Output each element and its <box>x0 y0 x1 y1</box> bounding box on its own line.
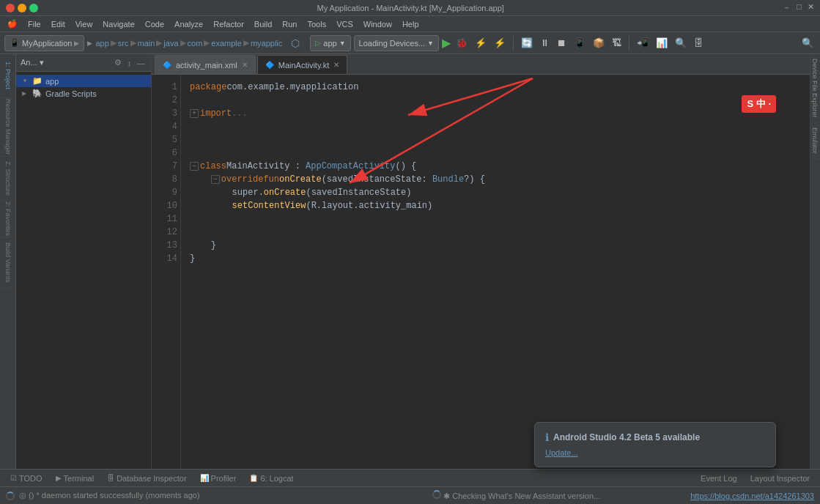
favorites-tool[interactable]: 2: Favorites <box>0 201 16 237</box>
code-line-6 <box>190 147 801 160</box>
project-sort-icon[interactable]: ↕ <box>126 57 133 69</box>
blog-link[interactable]: https://blog.csdn.net/a1424261303 <box>690 492 814 500</box>
gradle-icon: 🐘 <box>32 89 43 98</box>
debug-button[interactable]: 🐞 <box>454 36 470 50</box>
todo-tab[interactable]: ☑ TODO <box>4 472 48 484</box>
sdk-manager-button[interactable]: 📦 <box>591 36 607 50</box>
menu-edit[interactable]: Edit <box>47 18 70 30</box>
tree-item-app[interactable]: ▼ 📁 app <box>16 75 151 87</box>
update-link[interactable]: Update... <box>545 448 578 457</box>
menu-file[interactable]: File <box>23 18 45 30</box>
device-label: Loading Devices... <box>359 39 426 48</box>
app-name-button[interactable]: 📱 MyApplication ▶ <box>4 35 84 51</box>
menu-tools[interactable]: Tools <box>303 18 330 30</box>
kotlin-icon[interactable]: ⬡ <box>291 37 300 49</box>
tab-close-kt[interactable]: ✕ <box>333 61 339 69</box>
search-everywhere-button[interactable]: 🔍 <box>799 36 816 50</box>
code-line-9: super.onCreate(savedInstanceState) <box>190 186 801 199</box>
profiler-tab[interactable]: 📊 Profiler <box>194 472 243 484</box>
notification-action[interactable]: Update... <box>545 448 765 458</box>
terminal-icon: ▶ <box>56 474 62 482</box>
bc-src[interactable]: src <box>118 39 129 48</box>
project-panel-title: An... ▾ <box>21 58 110 67</box>
win-close-icon[interactable]: ✕ <box>808 2 814 13</box>
device-manager-button[interactable]: 📲 <box>635 36 651 50</box>
emulator-tool[interactable]: Emulator <box>810 123 820 159</box>
fold-import[interactable]: + <box>190 109 199 118</box>
kt-file-icon: 🔷 <box>265 61 274 69</box>
menu-build[interactable]: Build <box>250 18 276 30</box>
code-content[interactable]: package com.example.myapplication +impor… <box>181 75 810 469</box>
resource-manager-tool[interactable]: Resource Manager <box>0 98 16 157</box>
tree-label-app: app <box>45 77 59 86</box>
menu-refactor[interactable]: Refactor <box>209 18 248 30</box>
menu-run[interactable]: Run <box>278 18 301 30</box>
structure-tool[interactable]: Z: Structure <box>0 157 16 201</box>
bc-app[interactable]: app <box>95 39 108 48</box>
logcat-label: 6: Logcat <box>260 474 293 483</box>
event-log-tab[interactable]: Event Log <box>695 472 743 484</box>
code-line-14: } <box>190 252 801 265</box>
win-restore-icon[interactable]: □ <box>797 2 802 13</box>
menu-vcs[interactable]: VCS <box>332 18 358 30</box>
bc-main[interactable]: main <box>138 39 155 48</box>
device-selector[interactable]: Loading Devices... ▼ <box>354 35 439 51</box>
todo-icon: ☑ <box>10 474 17 482</box>
menu-analyze[interactable]: Analyze <box>170 18 207 30</box>
stop-button[interactable]: ⏹ <box>555 36 569 50</box>
title-bar: My Application - MainActivity.kt [My_App… <box>0 0 820 16</box>
code-line-8: −override fun onCreate(savedInstanceStat… <box>190 173 801 186</box>
code-editor[interactable]: 1 2 3 4 5 6 7 8 9 10 11 12 13 14 package… <box>152 75 810 469</box>
run-button[interactable]: ▶ <box>442 36 451 50</box>
line-numbers: 1 2 3 4 5 6 7 8 9 10 11 12 13 14 <box>152 75 181 469</box>
database-inspector-tab[interactable]: 🗄 Database Inspector <box>101 472 192 484</box>
menu-view[interactable]: View <box>71 18 97 30</box>
database-icon: 🗄 <box>107 474 114 482</box>
loading-spinner <box>6 492 15 500</box>
tree-item-gradle[interactable]: ▶ 🐘 Gradle Scripts <box>16 87 151 100</box>
layout-inspector-toolbar[interactable]: 🔍 <box>673 36 689 50</box>
layout-inspector-label: Layout Inspector <box>750 474 810 483</box>
sync-button[interactable]: 🔄 <box>519 36 535 50</box>
tab-mainactivity-kt[interactable]: 🔷 MainActivity.kt ✕ <box>257 55 347 74</box>
project-minimize-icon[interactable]: — <box>136 57 147 69</box>
win-minimize-icon[interactable]: － <box>783 2 791 13</box>
code-line-4 <box>190 120 801 133</box>
editor-tabs-bar: 🔷 activity_main.xml ✕ 🔷 MainActivity.kt … <box>152 54 810 75</box>
menu-code[interactable]: Code <box>141 18 169 30</box>
avd-button[interactable]: 📱 <box>572 36 588 50</box>
layout-inspector-tab[interactable]: Layout Inspector <box>745 472 816 484</box>
bc-com[interactable]: com <box>188 39 203 48</box>
fold-oncreate[interactable]: − <box>211 175 220 184</box>
bc-example[interactable]: example <box>211 39 242 48</box>
apply-changes-button[interactable]: ⚡ <box>473 36 489 50</box>
device-file-explorer-tool[interactable]: Device File Explorer <box>810 54 820 123</box>
editor-area: 🔷 activity_main.xml ✕ 🔷 MainActivity.kt … <box>152 54 810 469</box>
mac-window-controls[interactable] <box>6 4 38 12</box>
menu-navigate[interactable]: Navigate <box>98 18 138 30</box>
minimize-button[interactable] <box>18 4 26 12</box>
db-inspector-toolbar[interactable]: 🗄 <box>692 36 706 50</box>
terminal-tab[interactable]: ▶ Terminal <box>50 472 100 484</box>
code-line-5 <box>190 133 801 147</box>
menu-apple[interactable]: 🍎 <box>3 18 22 30</box>
project-settings-icon[interactable]: ⚙ <box>113 56 123 69</box>
event-log-label: Event Log <box>701 474 737 483</box>
build-variants-tool[interactable]: Build Variants <box>0 237 16 289</box>
project-tool-window[interactable]: 1: Project <box>0 54 16 98</box>
maximize-button[interactable] <box>29 4 38 12</box>
pause-button[interactable]: ⏸ <box>538 36 552 50</box>
logcat-tab[interactable]: 📋 6: Logcat <box>243 472 299 484</box>
menu-window[interactable]: Window <box>359 18 396 30</box>
menu-help[interactable]: Help <box>398 18 424 30</box>
module-selector[interactable]: ▷ app ▼ <box>310 35 350 51</box>
bc-java[interactable]: java <box>163 39 178 48</box>
tab-close-xml[interactable]: ✕ <box>242 61 248 69</box>
fold-class[interactable]: − <box>190 162 199 171</box>
close-button[interactable] <box>6 4 15 12</box>
apply-code-changes-button[interactable]: ⚡ <box>492 36 508 50</box>
profile-button[interactable]: 📊 <box>654 36 670 50</box>
project-structure-button[interactable]: 🏗 <box>610 36 624 50</box>
bc-myapplic[interactable]: myapplic <box>251 39 282 48</box>
tab-activity-main-xml[interactable]: 🔷 activity_main.xml ✕ <box>155 55 256 74</box>
